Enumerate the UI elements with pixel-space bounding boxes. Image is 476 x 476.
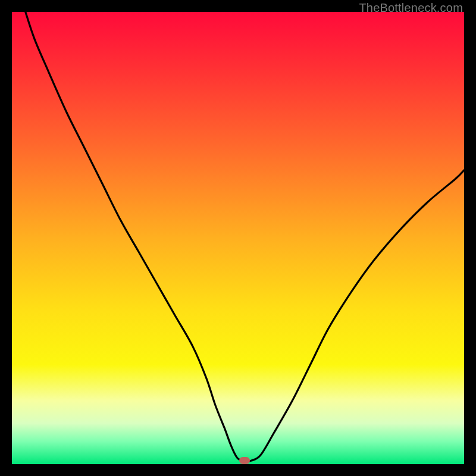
optimum-marker <box>239 457 250 464</box>
plot-area <box>12 12 464 464</box>
watermark-text: TheBottleneck.com <box>359 1 463 15</box>
bottleneck-curve <box>26 12 464 461</box>
chart-stage: TheBottleneck.com <box>0 0 476 476</box>
curve-layer <box>12 12 464 464</box>
